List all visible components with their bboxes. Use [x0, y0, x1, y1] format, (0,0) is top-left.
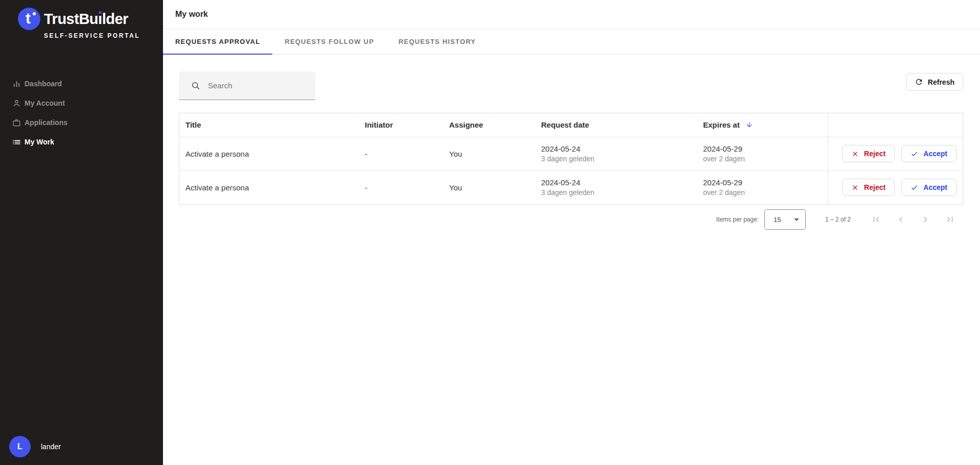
user-profile-chip[interactable]: L lander	[0, 436, 163, 465]
expires-at-relative: over 2 dagen	[703, 155, 828, 163]
cell-initiator: -	[359, 170, 443, 204]
cell-actions: Reject Accept	[828, 170, 963, 204]
expires-at-relative: over 2 dagen	[703, 188, 828, 197]
user-name: lander	[41, 443, 61, 451]
accept-button[interactable]: Accept	[901, 179, 956, 196]
cell-expires-at: 2024-05-29 over 2 dagen	[697, 170, 828, 204]
first-page-icon	[871, 214, 882, 225]
cell-assignee: You	[443, 137, 535, 170]
cell-request-date: 2024-05-24 3 dagen geleden	[535, 137, 697, 170]
reject-button[interactable]: Reject	[842, 179, 895, 196]
sidebar-spacer	[0, 152, 163, 436]
sidebar-item-label: My Account	[25, 99, 65, 107]
sidebar-item-label: Dashboard	[25, 80, 62, 88]
refresh-button[interactable]: Refresh	[906, 73, 963, 91]
search-icon	[191, 81, 201, 91]
sidebar-item-applications[interactable]: Applications	[0, 113, 163, 132]
avatar: L	[9, 436, 31, 457]
list-icon	[12, 137, 21, 147]
request-date-relative: 3 dagen geleden	[541, 155, 697, 163]
logo-letter: t	[26, 11, 31, 26]
brand-subtitle: SELF-SERVICE PORTAL	[44, 32, 158, 39]
tab-requests-history[interactable]: REQUESTS HISTORY	[386, 29, 488, 54]
close-icon	[851, 150, 859, 158]
check-icon	[911, 184, 918, 191]
tab-requests-follow-up[interactable]: REQUESTS FOLLOW UP	[272, 29, 386, 54]
table-row: Activate a persona - You 2024-05-24 3 da…	[179, 137, 963, 170]
requests-table: Title Initiator Assignee Request date Ex…	[179, 113, 963, 205]
cell-expires-at: 2024-05-29 over 2 dagen	[697, 137, 828, 170]
person-icon	[12, 99, 21, 108]
sidebar-item-my-account[interactable]: My Account	[0, 93, 163, 113]
cell-title: Activate a persona	[179, 137, 359, 170]
sort-descending-icon	[745, 121, 753, 129]
search-field[interactable]	[179, 71, 315, 100]
column-header-actions	[828, 113, 963, 137]
first-page-button[interactable]	[864, 209, 889, 230]
brand-wordmark: TrustBuılder	[44, 11, 128, 28]
sidebar-nav: Dashboard My Account Applications My Wor…	[0, 74, 163, 152]
tab-requests-approval[interactable]: REQUESTS APPROVAL	[163, 29, 272, 54]
column-header-assignee: Assignee	[443, 113, 535, 137]
content: Refresh Title Initiator Assignee	[163, 55, 980, 231]
page-title: My work	[175, 10, 208, 19]
cell-assignee: You	[443, 170, 535, 204]
brand-logo: t TrustBuılder SELF-SERVICE PORTAL	[0, 0, 163, 39]
chevron-left-icon	[895, 214, 906, 225]
cell-initiator: -	[359, 137, 443, 170]
column-header-request-date: Request date	[535, 113, 697, 137]
items-per-page-select[interactable]: 15	[764, 209, 806, 230]
chevron-right-icon	[920, 214, 931, 225]
sidebar-item-label: My Work	[25, 138, 54, 146]
request-date-relative: 3 dagen geleden	[541, 188, 697, 197]
tab-bar: REQUESTS APPROVAL REQUESTS FOLLOW UP REQ…	[163, 29, 980, 55]
reject-button[interactable]: Reject	[842, 145, 895, 162]
items-per-page-label: Items per page:	[716, 216, 759, 223]
sidebar: t TrustBuılder SELF-SERVICE PORTAL Dashb…	[0, 0, 163, 465]
table-header-row: Title Initiator Assignee Request date Ex…	[179, 113, 963, 137]
page-header: My work	[163, 0, 980, 29]
accept-button[interactable]: Accept	[901, 145, 956, 162]
bar-chart-icon	[12, 79, 21, 89]
page-range-label: 1 – 2 of 2	[825, 216, 851, 223]
column-header-expires-at[interactable]: Expires at	[697, 113, 828, 137]
toolbar: Refresh	[179, 71, 963, 100]
sidebar-item-label: Applications	[25, 118, 67, 127]
cell-actions: Reject Accept	[828, 137, 963, 170]
column-header-initiator: Initiator	[359, 113, 443, 137]
refresh-label: Refresh	[928, 78, 954, 86]
brand-logo-icon: t	[18, 8, 40, 30]
search-input[interactable]	[208, 81, 305, 90]
column-header-title: Title	[179, 113, 359, 137]
last-page-button[interactable]	[938, 209, 962, 230]
chevron-down-icon	[794, 218, 799, 221]
pagination-nav	[864, 209, 962, 230]
cell-title: Activate a persona	[179, 170, 359, 204]
logo-dot	[33, 12, 36, 15]
sidebar-item-my-work[interactable]: My Work	[0, 132, 163, 152]
items-per-page-value: 15	[774, 216, 781, 224]
last-page-icon	[944, 214, 955, 225]
main-area: My work REQUESTS APPROVAL REQUESTS FOLLO…	[163, 0, 980, 465]
briefcase-icon	[12, 118, 21, 128]
previous-page-button[interactable]	[889, 209, 913, 230]
close-icon	[851, 184, 859, 191]
check-icon	[911, 150, 918, 158]
sidebar-item-dashboard[interactable]: Dashboard	[0, 74, 163, 93]
cell-request-date: 2024-05-24 3 dagen geleden	[535, 170, 697, 204]
paginator: Items per page: 15 1 – 2 of 2	[179, 208, 963, 231]
table-row: Activate a persona - You 2024-05-24 3 da…	[179, 170, 963, 204]
next-page-button[interactable]	[913, 209, 938, 230]
refresh-icon	[915, 78, 923, 86]
